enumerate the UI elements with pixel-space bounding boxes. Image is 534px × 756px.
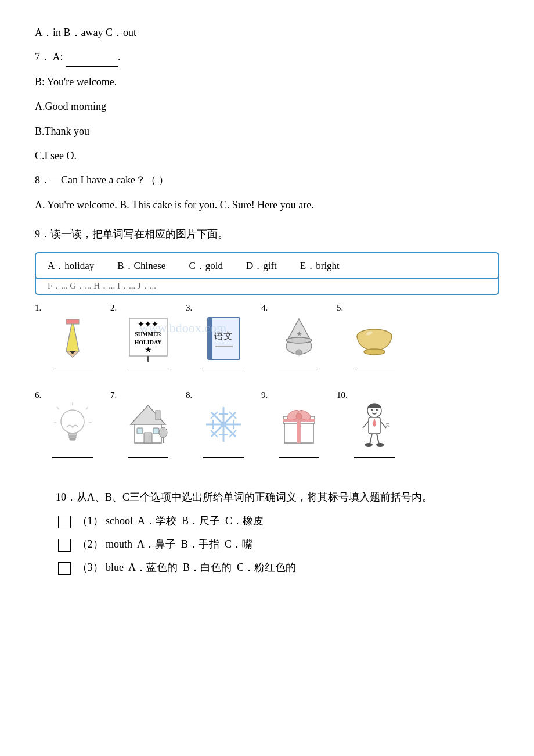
svg-line-65 bbox=[380, 421, 386, 428]
q7-b-opt: B.Thank you bbox=[35, 122, 499, 141]
svg-text:✦✦✦: ✦✦✦ bbox=[138, 320, 158, 329]
svg-rect-28 bbox=[68, 433, 77, 436]
q7-blank[interactable] bbox=[66, 66, 118, 67]
image-item-5: 5. bbox=[337, 303, 412, 373]
blank-4[interactable] bbox=[279, 370, 319, 370]
gift-box-image bbox=[273, 402, 325, 449]
q8-options: A. You're welcome. B. This cake is for y… bbox=[35, 196, 499, 214]
q6-options: A．in B．away C．out bbox=[35, 23, 499, 42]
svg-text:语文: 语文 bbox=[214, 331, 233, 341]
chinese-book-image: 语文 bbox=[197, 315, 250, 362]
svg-rect-3 bbox=[66, 319, 79, 324]
q7-b-line: B: You're welcome. bbox=[35, 73, 499, 91]
q7-label: 7． A: bbox=[35, 51, 63, 63]
svg-point-61 bbox=[376, 409, 378, 411]
q10-items-container: （1） school A．学校 B．尺子 C．橡皮 （2） mouth A．鼻子… bbox=[35, 511, 499, 578]
svg-point-20 bbox=[364, 349, 385, 355]
person-image bbox=[348, 402, 400, 449]
image-item-7: 7. bbox=[110, 390, 186, 460]
svg-point-68 bbox=[365, 443, 373, 447]
word-d: D．gift bbox=[246, 259, 277, 272]
image-item-6: 6. bbox=[35, 390, 110, 460]
svg-text:★: ★ bbox=[296, 330, 302, 338]
images-row2-container: 6. bbox=[35, 390, 499, 460]
q10-label: 10．从A、B、C三个选项中选出所给单词的正确词义，将其标号填入题前括号内。 bbox=[35, 488, 499, 506]
svg-rect-13 bbox=[215, 346, 233, 347]
pencil-image bbox=[46, 315, 99, 362]
word-box: A．holiday B．Chinese C．gold D．gift E．brig… bbox=[35, 252, 499, 279]
svg-text:★: ★ bbox=[144, 345, 151, 354]
image-item-4: 4. ★ bbox=[261, 303, 337, 373]
blank-7[interactable] bbox=[128, 457, 168, 458]
word-b: B．Chinese bbox=[117, 259, 165, 272]
snowflake-image bbox=[197, 402, 250, 449]
svg-point-38 bbox=[159, 427, 167, 438]
blank-9[interactable] bbox=[279, 457, 319, 458]
svg-rect-33 bbox=[144, 433, 152, 443]
q9-label: 9．读一读，把单词写在相应的图片下面。 bbox=[35, 225, 499, 243]
blank-10[interactable] bbox=[354, 457, 395, 458]
svg-point-60 bbox=[371, 409, 373, 411]
image-item-1: 1. bbox=[35, 303, 110, 373]
svg-line-67 bbox=[377, 434, 379, 444]
svg-point-16 bbox=[296, 350, 302, 355]
svg-rect-34 bbox=[137, 428, 143, 434]
gold-bowl-image bbox=[348, 315, 400, 362]
svg-line-66 bbox=[370, 434, 372, 444]
svg-rect-35 bbox=[153, 428, 159, 434]
image-item-3: 3. 语文 bbox=[186, 303, 261, 373]
word-e: E．bright bbox=[300, 259, 340, 272]
svg-line-64 bbox=[363, 421, 369, 428]
q8-label: 8．—Can I have a cake？（ ） bbox=[35, 171, 499, 189]
svg-text:SUMMER: SUMMER bbox=[135, 331, 161, 337]
blank-3[interactable] bbox=[203, 370, 244, 370]
svg-line-25 bbox=[57, 407, 59, 409]
svg-rect-30 bbox=[70, 438, 75, 440]
images-row1-container: 1. 2. ✦✦✦ SUMMER HOLIDAY bbox=[35, 303, 499, 373]
blank-2[interactable] bbox=[128, 370, 168, 370]
image-item-2: 2. ✦✦✦ SUMMER HOLIDAY ★ bbox=[110, 303, 186, 373]
bell-image: ★ bbox=[273, 315, 325, 362]
blank-5[interactable] bbox=[354, 370, 395, 370]
q10-paren[interactable] bbox=[58, 539, 71, 552]
word-box-row2: F．... G．... H．... I．... J．... bbox=[35, 278, 499, 295]
blank-8[interactable] bbox=[203, 457, 244, 458]
q7-a-opt: A.Good morning bbox=[35, 97, 499, 116]
image-item-8: 8. bbox=[186, 390, 261, 460]
word-c: C．gold bbox=[189, 259, 223, 272]
svg-rect-36 bbox=[156, 411, 160, 420]
images-row1: www.bdoox.com 1. 2. ✦✦✦ bbox=[35, 303, 499, 373]
svg-point-18 bbox=[286, 337, 312, 343]
svg-text:HOLIDAY: HOLIDAY bbox=[134, 339, 162, 345]
images-row2: 6. bbox=[35, 390, 499, 460]
svg-line-23 bbox=[86, 407, 88, 409]
svg-point-58 bbox=[296, 413, 302, 419]
q7-c-opt: C.I see O. bbox=[35, 146, 499, 165]
svg-rect-11 bbox=[208, 318, 212, 359]
holiday-image: ✦✦✦ SUMMER HOLIDAY ★ bbox=[122, 315, 174, 362]
q10-choice-item: （2） mouth A．鼻子 B．手指 C．嘴 bbox=[58, 534, 499, 554]
image-item-10: 10. bbox=[337, 390, 412, 460]
lightbulb-image bbox=[46, 402, 99, 449]
q10-choice-item: （1） school A．学校 B．尺子 C．橡皮 bbox=[58, 511, 499, 531]
q7-line: 7． A: . bbox=[35, 48, 499, 66]
q10-paren[interactable] bbox=[58, 516, 71, 528]
svg-point-27 bbox=[61, 410, 84, 433]
q10-choice-item: （3） blue A．蓝色的 B．白色的 C．粉红色的 bbox=[58, 557, 499, 577]
svg-point-51 bbox=[221, 422, 226, 427]
house-image bbox=[122, 402, 174, 449]
q10-paren[interactable] bbox=[58, 562, 71, 575]
svg-point-69 bbox=[376, 443, 384, 447]
svg-rect-29 bbox=[69, 436, 76, 438]
blank-1[interactable] bbox=[52, 370, 93, 370]
image-item-9: 9. bbox=[261, 390, 337, 460]
word-a: A．holiday bbox=[48, 259, 94, 272]
blank-6[interactable] bbox=[52, 457, 93, 458]
